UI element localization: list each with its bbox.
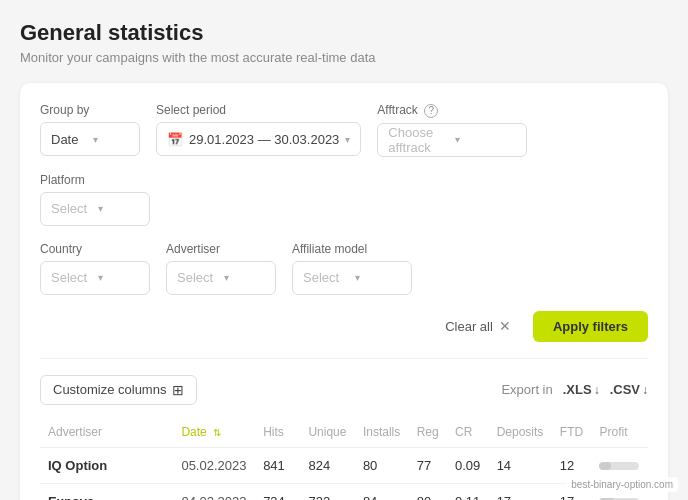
cell-date: 05.02.2023 (173, 447, 255, 483)
table-icon: ⊞ (172, 382, 184, 398)
table-toolbar: Customize columns ⊞ Export in .XLS ↓ .CS… (40, 375, 648, 405)
cell-hits: 734 (255, 483, 300, 500)
period-chevron-icon: ▾ (345, 134, 350, 145)
customize-label: Customize columns (53, 382, 166, 397)
cell-unique: 824 (300, 447, 354, 483)
cell-deposits: 14 (489, 447, 552, 483)
table-row: IQ Option 05.02.2023 841 824 80 77 0.09 … (40, 447, 648, 483)
table-body: IQ Option 05.02.2023 841 824 80 77 0.09 … (40, 447, 648, 500)
group-by-chevron-icon: ▾ (93, 134, 129, 145)
affiliate-model-select[interactable]: Select ▾ (292, 261, 412, 295)
cell-hits: 841 (255, 447, 300, 483)
filter-actions: Clear all ✕ Apply filters (40, 311, 648, 342)
export-area: Export in .XLS ↓ .CSV ↓ (501, 382, 648, 397)
sort-icon: ⇅ (213, 427, 221, 438)
platform-select[interactable]: Select ▾ (40, 192, 150, 226)
cell-reg: 80 (409, 483, 447, 500)
cell-advertiser: Exnova (40, 483, 173, 500)
table-header: Advertiser Date ⇅ Hits Unique Installs R… (40, 419, 648, 448)
platform-filter: Platform Select ▾ (40, 173, 150, 226)
export-xls-button[interactable]: .XLS ↓ (563, 382, 600, 397)
afftrack-chevron-icon: ▾ (455, 134, 516, 145)
country-label: Country (40, 242, 150, 256)
csv-label: .CSV (610, 382, 640, 397)
clear-label: Clear all (445, 319, 493, 334)
download-xls-icon: ↓ (594, 383, 600, 397)
cell-reg: 77 (409, 447, 447, 483)
affiliate-model-value: Select (303, 270, 349, 285)
divider (40, 358, 648, 359)
col-unique: Unique (300, 419, 354, 448)
period-value: 29.01.2023 — 30.03.2023 (189, 132, 339, 147)
country-filter: Country Select ▾ (40, 242, 150, 295)
cell-cr: 0.09 (447, 447, 489, 483)
group-by-select[interactable]: Date ▾ (40, 122, 140, 156)
group-by-filter: Group by Date ▾ (40, 103, 140, 157)
affiliate-model-chevron-icon: ▾ (355, 272, 401, 283)
apply-filters-button[interactable]: Apply filters (533, 311, 648, 342)
period-select[interactable]: 📅 29.01.2023 — 30.03.2023 ▾ (156, 122, 361, 156)
col-profit: Profit (591, 419, 648, 448)
col-cr: CR (447, 419, 489, 448)
xls-label: .XLS (563, 382, 592, 397)
afftrack-filter: Afftrack ? Choose afftrack ▾ (377, 103, 527, 157)
filters-row-2: Country Select ▾ Advertiser Select ▾ Aff… (40, 242, 648, 295)
affiliate-model-label: Affiliate model (292, 242, 412, 256)
afftrack-select[interactable]: Choose afftrack ▾ (377, 123, 527, 157)
period-filter: Select period 📅 29.01.2023 — 30.03.2023 … (156, 103, 361, 157)
calendar-icon: 📅 (167, 132, 183, 147)
col-deposits: Deposits (489, 419, 552, 448)
group-by-label: Group by (40, 103, 140, 117)
profit-bar (599, 462, 639, 470)
table-row: Exnova 04.02.2023 734 722 84 80 0.11 17 … (40, 483, 648, 500)
advertiser-filter-select[interactable]: Select ▾ (166, 261, 276, 295)
afftrack-label: Afftrack ? (377, 103, 527, 118)
afftrack-info-icon[interactable]: ? (424, 104, 438, 118)
cell-cr: 0.11 (447, 483, 489, 500)
advertiser-filter-chevron-icon: ▾ (224, 272, 265, 283)
clear-button[interactable]: Clear all ✕ (433, 312, 523, 340)
platform-value: Select (51, 201, 92, 216)
cell-unique: 722 (300, 483, 354, 500)
country-chevron-icon: ▾ (98, 272, 139, 283)
col-advertiser: Advertiser (40, 419, 173, 448)
afftrack-value: Choose afftrack (388, 125, 449, 155)
filters-row-1: Group by Date ▾ Select period 📅 29.01.20… (40, 103, 648, 226)
header-row: Advertiser Date ⇅ Hits Unique Installs R… (40, 419, 648, 448)
country-select[interactable]: Select ▾ (40, 261, 150, 295)
platform-chevron-icon: ▾ (98, 203, 139, 214)
col-installs: Installs (355, 419, 409, 448)
group-by-value: Date (51, 132, 87, 147)
profit-fill (599, 462, 611, 470)
page-title: General statistics (20, 20, 668, 46)
advertiser-filter-label: Advertiser (166, 242, 276, 256)
advertiser-filter-value: Select (177, 270, 218, 285)
col-reg: Reg (409, 419, 447, 448)
cell-deposits: 17 (489, 483, 552, 500)
export-csv-button[interactable]: .CSV ↓ (610, 382, 648, 397)
page-subtitle: Monitor your campaigns with the most acc… (20, 50, 668, 65)
cell-installs: 80 (355, 447, 409, 483)
affiliate-model-filter: Affiliate model Select ▾ (292, 242, 412, 295)
period-label: Select period (156, 103, 361, 117)
main-card: Group by Date ▾ Select period 📅 29.01.20… (20, 83, 668, 500)
close-icon: ✕ (499, 318, 511, 334)
download-csv-icon: ↓ (642, 383, 648, 397)
statistics-table: Advertiser Date ⇅ Hits Unique Installs R… (40, 419, 648, 500)
export-label: Export in (501, 382, 552, 397)
cell-advertiser: IQ Option (40, 447, 173, 483)
country-value: Select (51, 270, 92, 285)
platform-label: Platform (40, 173, 150, 187)
advertiser-filter: Advertiser Select ▾ (166, 242, 276, 295)
col-date[interactable]: Date ⇅ (173, 419, 255, 448)
cell-installs: 84 (355, 483, 409, 500)
col-hits: Hits (255, 419, 300, 448)
watermark: best-binary-option.com (566, 477, 678, 492)
customize-columns-button[interactable]: Customize columns ⊞ (40, 375, 197, 405)
col-ftd: FTD (552, 419, 592, 448)
cell-date: 04.02.2023 (173, 483, 255, 500)
